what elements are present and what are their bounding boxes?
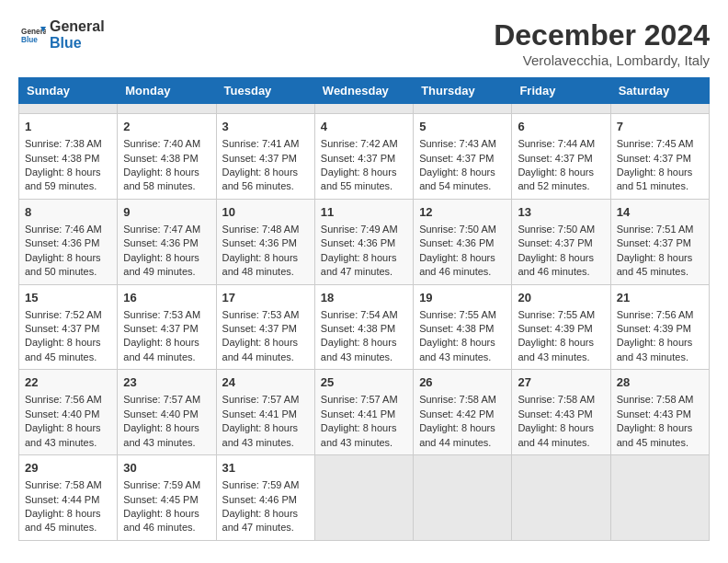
day-number: 9 bbox=[123, 204, 210, 221]
sunset-text: Sunset: 4:37 PM bbox=[123, 323, 198, 334]
header-day-thursday: Thursday bbox=[414, 78, 512, 104]
calendar-week-row: 15Sunrise: 7:52 AMSunset: 4:37 PMDayligh… bbox=[19, 284, 710, 370]
daylight-text: Daylight: 8 hours and 45 minutes. bbox=[617, 252, 693, 277]
sunset-text: Sunset: 4:39 PM bbox=[617, 323, 691, 334]
calendar-cell: 19Sunrise: 7:55 AMSunset: 4:38 PMDayligh… bbox=[414, 284, 512, 370]
calendar-cell: 27Sunrise: 7:58 AMSunset: 4:43 PMDayligh… bbox=[512, 370, 610, 455]
daylight-text: Daylight: 8 hours and 58 minutes. bbox=[123, 167, 199, 191]
daylight-text: Daylight: 8 hours and 43 minutes. bbox=[123, 422, 199, 447]
calendar-cell bbox=[414, 104, 512, 114]
daylight-text: Daylight: 8 hours and 44 minutes. bbox=[419, 422, 495, 447]
sunrise-text: Sunrise: 7:57 AM bbox=[123, 394, 200, 405]
day-number: 15 bbox=[25, 290, 111, 306]
sunset-text: Sunset: 4:37 PM bbox=[617, 237, 691, 248]
logo: General Blue General Blue bbox=[18, 18, 105, 51]
sunset-text: Sunset: 4:38 PM bbox=[419, 323, 494, 334]
sunset-text: Sunset: 4:37 PM bbox=[518, 153, 592, 164]
sunrise-text: Sunrise: 7:58 AM bbox=[419, 394, 496, 405]
calendar-cell: 31Sunrise: 7:59 AMSunset: 4:46 PMDayligh… bbox=[216, 455, 314, 541]
daylight-text: Daylight: 8 hours and 50 minutes. bbox=[25, 252, 101, 277]
calendar-week-row: 29Sunrise: 7:58 AMSunset: 4:44 PMDayligh… bbox=[19, 455, 710, 541]
day-number: 13 bbox=[518, 204, 604, 221]
day-number: 16 bbox=[123, 290, 210, 306]
sunset-text: Sunset: 4:37 PM bbox=[617, 153, 691, 164]
logo-blue: Blue bbox=[50, 35, 82, 51]
sunrise-text: Sunrise: 7:52 AM bbox=[25, 309, 102, 320]
header-day-saturday: Saturday bbox=[610, 78, 709, 104]
sunset-text: Sunset: 4:36 PM bbox=[25, 237, 99, 248]
calendar-cell: 15Sunrise: 7:52 AMSunset: 4:37 PMDayligh… bbox=[19, 284, 118, 370]
day-number: 8 bbox=[25, 204, 111, 221]
title-section: December 2024 Verolavecchia, Lombardy, I… bbox=[494, 18, 710, 68]
daylight-text: Daylight: 8 hours and 47 minutes. bbox=[222, 508, 299, 533]
day-number: 26 bbox=[419, 374, 506, 391]
calendar-cell: 21Sunrise: 7:56 AMSunset: 4:39 PMDayligh… bbox=[610, 284, 709, 370]
day-number: 30 bbox=[123, 460, 210, 477]
day-number: 29 bbox=[25, 460, 111, 477]
day-number: 18 bbox=[321, 290, 407, 306]
sunrise-text: Sunrise: 7:55 AM bbox=[518, 309, 595, 320]
daylight-text: Daylight: 8 hours and 54 minutes. bbox=[419, 167, 495, 191]
sunset-text: Sunset: 4:36 PM bbox=[419, 237, 494, 248]
calendar-cell bbox=[512, 455, 610, 541]
sunrise-text: Sunrise: 7:40 AM bbox=[123, 138, 200, 149]
calendar-cell bbox=[610, 455, 709, 541]
day-number: 31 bbox=[222, 460, 309, 477]
sunset-text: Sunset: 4:40 PM bbox=[123, 408, 198, 419]
daylight-text: Daylight: 8 hours and 43 minutes. bbox=[321, 337, 397, 362]
day-number: 17 bbox=[222, 290, 309, 306]
sunrise-text: Sunrise: 7:57 AM bbox=[321, 394, 398, 405]
day-number: 7 bbox=[617, 119, 703, 135]
day-number: 22 bbox=[25, 374, 111, 391]
calendar-cell: 16Sunrise: 7:53 AMSunset: 4:37 PMDayligh… bbox=[118, 284, 216, 370]
day-number: 20 bbox=[518, 290, 604, 306]
calendar-cell: 18Sunrise: 7:54 AMSunset: 4:38 PMDayligh… bbox=[314, 284, 413, 370]
sunset-text: Sunset: 4:43 PM bbox=[617, 408, 691, 419]
page-header: General Blue General Blue December 2024 … bbox=[18, 18, 710, 68]
sunrise-text: Sunrise: 7:48 AM bbox=[222, 224, 300, 235]
day-number: 1 bbox=[25, 119, 111, 135]
daylight-text: Daylight: 8 hours and 55 minutes. bbox=[321, 167, 397, 191]
sunrise-text: Sunrise: 7:41 AM bbox=[222, 138, 300, 149]
calendar-cell bbox=[314, 104, 413, 114]
sunset-text: Sunset: 4:46 PM bbox=[222, 494, 297, 505]
day-number: 12 bbox=[419, 204, 506, 221]
sunrise-text: Sunrise: 7:45 AM bbox=[617, 138, 694, 149]
day-number: 19 bbox=[419, 290, 506, 306]
calendar-cell: 20Sunrise: 7:55 AMSunset: 4:39 PMDayligh… bbox=[512, 284, 610, 370]
calendar-cell bbox=[512, 104, 610, 114]
daylight-text: Daylight: 8 hours and 44 minutes. bbox=[123, 337, 199, 362]
calendar-cell: 26Sunrise: 7:58 AMSunset: 4:42 PMDayligh… bbox=[414, 370, 512, 455]
sunrise-text: Sunrise: 7:50 AM bbox=[518, 224, 595, 235]
sunrise-text: Sunrise: 7:55 AM bbox=[419, 309, 496, 320]
sunset-text: Sunset: 4:45 PM bbox=[123, 494, 198, 505]
calendar-cell bbox=[414, 455, 512, 541]
daylight-text: Daylight: 8 hours and 46 minutes. bbox=[518, 252, 594, 277]
sunrise-text: Sunrise: 7:58 AM bbox=[25, 479, 102, 490]
sunset-text: Sunset: 4:41 PM bbox=[222, 408, 297, 419]
calendar-cell: 11Sunrise: 7:49 AMSunset: 4:36 PMDayligh… bbox=[314, 199, 413, 284]
sunset-text: Sunset: 4:36 PM bbox=[123, 237, 198, 248]
sunrise-text: Sunrise: 7:51 AM bbox=[617, 224, 694, 235]
sunrise-text: Sunrise: 7:58 AM bbox=[518, 394, 595, 405]
daylight-text: Daylight: 8 hours and 43 minutes. bbox=[617, 337, 693, 362]
daylight-text: Daylight: 8 hours and 48 minutes. bbox=[222, 252, 299, 277]
calendar-cell: 24Sunrise: 7:57 AMSunset: 4:41 PMDayligh… bbox=[216, 370, 314, 455]
sunrise-text: Sunrise: 7:54 AM bbox=[321, 309, 398, 320]
daylight-text: Daylight: 8 hours and 43 minutes. bbox=[222, 422, 299, 447]
day-number: 24 bbox=[222, 374, 309, 391]
calendar-cell: 1Sunrise: 7:38 AMSunset: 4:38 PMDaylight… bbox=[19, 114, 118, 200]
sunset-text: Sunset: 4:37 PM bbox=[25, 323, 99, 334]
sunset-text: Sunset: 4:38 PM bbox=[321, 323, 395, 334]
calendar-cell bbox=[19, 104, 118, 114]
daylight-text: Daylight: 8 hours and 43 minutes. bbox=[25, 422, 101, 447]
sunset-text: Sunset: 4:37 PM bbox=[222, 153, 297, 164]
sunrise-text: Sunrise: 7:46 AM bbox=[25, 224, 102, 235]
sunset-text: Sunset: 4:42 PM bbox=[419, 408, 494, 419]
sunrise-text: Sunrise: 7:42 AM bbox=[321, 138, 398, 149]
calendar-cell bbox=[118, 104, 216, 114]
calendar-week-row bbox=[19, 104, 710, 114]
day-number: 2 bbox=[123, 119, 210, 135]
sunrise-text: Sunrise: 7:57 AM bbox=[222, 394, 300, 405]
calendar-header-row: SundayMondayTuesdayWednesdayThursdayFrid… bbox=[19, 78, 710, 104]
